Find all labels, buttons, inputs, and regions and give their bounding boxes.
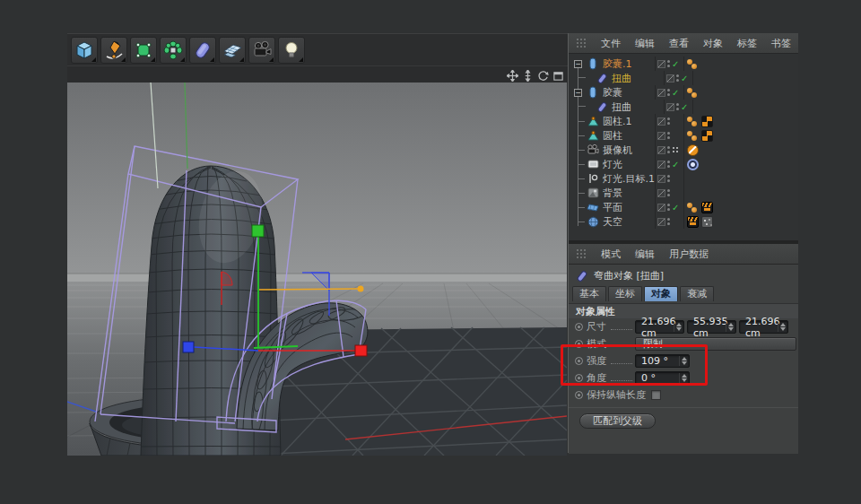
tab-coordinates[interactable]: 坐标 (608, 286, 642, 301)
stepper-icon[interactable] (778, 322, 787, 332)
light-tool-button[interactable] (278, 37, 305, 64)
object-row-sky[interactable]: 天空 (569, 214, 798, 229)
panel-grip-icon[interactable] (576, 38, 587, 48)
visibility-dots-icon[interactable] (667, 146, 670, 153)
om-menu-view[interactable]: 查看 (669, 37, 689, 50)
object-name[interactable]: 灯光 (603, 158, 655, 171)
object-name[interactable]: 摄像机 (603, 143, 655, 157)
3d-viewport[interactable] (67, 83, 567, 456)
object-row-bend1[interactable]: 扭曲 ✓ (569, 71, 798, 85)
size-y-field[interactable]: 55.935 cm (687, 320, 736, 334)
phong-tag-icon[interactable] (687, 87, 699, 99)
cube-primitive-button[interactable] (71, 37, 98, 64)
stepper-icon[interactable] (679, 373, 688, 383)
object-row-cylinder[interactable]: 圆柱 (569, 128, 798, 143)
object-name[interactable]: 扭曲 (612, 72, 664, 85)
layer-toggle-icon[interactable] (657, 146, 665, 154)
tab-falloff[interactable]: 衰减 (680, 286, 714, 301)
object-row-background[interactable]: 背景 (569, 186, 798, 200)
object-name[interactable]: 扭曲 (612, 100, 664, 114)
texture-checker-tag-icon[interactable] (701, 116, 713, 127)
am-menu-mode[interactable]: 模式 (601, 248, 621, 261)
layer-toggle-icon[interactable] (657, 204, 665, 212)
keyframe-circle-icon[interactable] (575, 357, 583, 365)
om-menu-bookmarks[interactable]: 书签 (771, 37, 791, 50)
layer-toggle-icon[interactable] (657, 60, 665, 68)
object-name[interactable]: 圆柱.1 (603, 115, 655, 128)
object-name[interactable]: 胶囊 (603, 86, 655, 100)
object-row-bend2[interactable]: 扭曲 ✓ (569, 100, 798, 114)
layer-toggle-icon[interactable] (657, 189, 665, 197)
modeling-button[interactable] (160, 37, 187, 64)
texture-noise-tag-icon[interactable] (701, 216, 713, 228)
object-row-light[interactable]: 灯光 ✓ (569, 157, 798, 171)
y-axis-handle[interactable] (252, 225, 264, 237)
angle-field[interactable]: 0 ° (635, 371, 690, 385)
enabled-check-icon[interactable]: ✓ (672, 160, 681, 169)
layer-toggle-icon[interactable] (666, 103, 674, 111)
rotate-view-icon[interactable] (536, 69, 549, 82)
object-row-plane[interactable]: 平面 ✓ (569, 200, 798, 214)
keyframe-circle-icon[interactable] (575, 391, 583, 399)
environment-button[interactable] (219, 37, 246, 64)
tab-object[interactable]: 对象 (644, 286, 678, 301)
object-row-light-target[interactable]: 灯光.目标.1 (569, 171, 798, 186)
keyframe-circle-icon[interactable] (575, 374, 583, 382)
phong-tag-icon[interactable] (687, 58, 699, 70)
stepper-icon[interactable] (679, 356, 688, 366)
compositing-tag-icon[interactable] (687, 216, 699, 228)
zoom-view-icon[interactable] (521, 69, 534, 82)
no-entry-tag-icon[interactable] (687, 144, 699, 156)
visibility-dots-icon[interactable] (667, 89, 670, 96)
phong-tag-icon[interactable] (687, 130, 699, 142)
fit-to-parent-button[interactable]: 匹配到父级 (579, 413, 656, 429)
spline-pen-button[interactable] (100, 37, 127, 64)
am-menu-edit[interactable]: 编辑 (635, 248, 655, 261)
stepper-icon[interactable] (726, 322, 735, 332)
om-menu-object[interactable]: 对象 (703, 37, 723, 50)
visibility-dots-icon[interactable] (667, 132, 670, 139)
maximize-view-icon[interactable] (552, 69, 564, 82)
layer-toggle-icon[interactable] (657, 218, 665, 226)
keyframe-circle-icon[interactable] (575, 340, 583, 348)
layer-toggle-icon[interactable] (666, 74, 674, 83)
object-name[interactable]: 胶囊.1 (603, 57, 655, 71)
om-menu-tags[interactable]: 标签 (737, 37, 757, 50)
am-menu-userdata[interactable]: 用户数据 (669, 248, 709, 261)
stepper-icon[interactable] (674, 322, 683, 332)
collapse-icon[interactable]: − (574, 89, 582, 97)
visibility-dots-icon[interactable] (667, 60, 670, 67)
layer-toggle-icon[interactable] (657, 117, 665, 126)
tab-basic[interactable]: 基本 (572, 286, 606, 301)
om-menu-edit[interactable]: 编辑 (635, 37, 655, 50)
camera-tool-button[interactable] (248, 37, 275, 64)
layer-toggle-icon[interactable] (657, 89, 665, 97)
panel-grip-icon[interactable] (576, 248, 587, 259)
deformer-button[interactable] (189, 37, 216, 64)
visibility-dots-icon[interactable] (667, 218, 670, 225)
enabled-check-icon[interactable]: ✓ (672, 88, 681, 98)
enabled-check-icon[interactable]: ✓ (672, 203, 681, 213)
visibility-dots-icon[interactable] (667, 204, 670, 211)
phong-tag-icon[interactable] (687, 202, 699, 213)
pan-view-icon[interactable] (506, 69, 518, 82)
visibility-dots-icon[interactable] (667, 161, 670, 168)
layer-toggle-icon[interactable] (657, 161, 665, 169)
enabled-check-icon[interactable]: ✓ (681, 74, 690, 83)
orange-strength-handle-line[interactable] (259, 289, 360, 290)
compositing-tag-icon[interactable] (701, 202, 713, 213)
x-axis-handle[interactable] (355, 345, 367, 356)
object-row-capsule[interactable]: − 胶囊 ✓ (569, 85, 798, 100)
visibility-dots-icon[interactable] (676, 103, 679, 110)
object-name[interactable]: 灯光.目标.1 (603, 172, 655, 186)
object-row-capsule1[interactable]: − 胶囊.1 ✓ (569, 56, 798, 71)
z-axis-handle[interactable] (183, 342, 194, 352)
size-x-field[interactable]: 21.696 cm (635, 320, 684, 334)
target-tag-icon[interactable] (687, 159, 699, 170)
orange-strength-handle[interactable] (358, 286, 364, 292)
visibility-dots-icon[interactable] (676, 74, 679, 82)
om-menu-file[interactable]: 文件 (601, 37, 621, 50)
strength-field[interactable]: 109 ° (635, 354, 690, 368)
collapse-icon[interactable]: − (574, 60, 582, 68)
enabled-check-icon[interactable]: ✓ (681, 102, 690, 112)
